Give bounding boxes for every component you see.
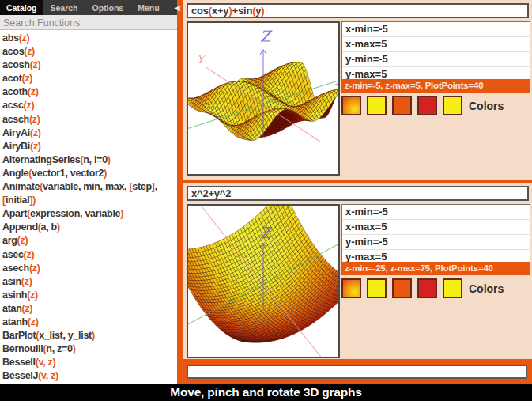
function-item[interactable]: acos(z) (2, 45, 177, 59)
color-swatch[interactable] (417, 278, 437, 298)
formula-input[interactable]: cos(x+y)+sin(y) (187, 3, 529, 18)
function-item[interactable]: AiryAi(z) (2, 127, 177, 140)
gradient-swatch[interactable] (341, 278, 361, 298)
range-row[interactable]: x-min=-5 (342, 22, 530, 37)
plot-section-1: cos(x+y)+sin(y) x-min=-5x-max=5y-min=-5y… (183, 0, 532, 179)
function-item[interactable]: atan(z) (2, 302, 177, 316)
plot-panel (187, 204, 340, 358)
collapse-sidebar-icon[interactable]: ◀ (167, 0, 188, 15)
range-list: x-min=-5x-max=5y-min=-5y-max=5 (341, 21, 530, 82)
function-item[interactable]: BesselI(v, z) (2, 356, 177, 369)
tab-bar: CatalogSearchOptionsMenu◀ (0, 0, 177, 15)
plot-3d-canvas[interactable] (188, 23, 338, 174)
color-swatch[interactable] (367, 278, 387, 298)
colors-label: Colors (469, 282, 504, 295)
z-settings-row[interactable]: z-min=-25, z-max=75, PlotPoints=40 (341, 262, 530, 275)
function-item[interactable]: acsc(z) (2, 99, 177, 112)
tab-catalog[interactable]: Catalog (0, 0, 43, 15)
function-item[interactable]: asec(z) (2, 248, 177, 262)
color-swatch[interactable] (367, 96, 387, 115)
plot-3d-canvas[interactable] (188, 206, 338, 357)
tab-menu[interactable]: Menu (130, 0, 166, 15)
function-item[interactable]: acoth(z) (2, 85, 177, 99)
main-panel: cos(x+y)+sin(y) x-min=-5x-max=5y-min=-5y… (177, 0, 532, 384)
function-item[interactable]: Append(a, b) (2, 221, 177, 234)
range-row[interactable]: x-max=5 (342, 37, 530, 52)
color-swatch[interactable] (443, 96, 462, 115)
function-item[interactable]: acot(z) (2, 72, 177, 85)
color-swatch-row: Colors (341, 96, 504, 115)
expression-input[interactable] (187, 365, 527, 379)
color-swatch-row: Colors (341, 278, 504, 298)
function-item[interactable]: arg(z) (2, 234, 177, 248)
gradient-swatch[interactable] (341, 96, 361, 115)
bottom-bar (183, 359, 532, 384)
range-list: x-min=-5x-max=5y-min=-5y-max=5 (341, 204, 530, 265)
function-item[interactable]: abs(z) (2, 32, 177, 45)
function-item[interactable]: Apart(expression, variable) (2, 207, 177, 221)
caption-bar: Move, pinch and rotate 3D graphs (0, 384, 532, 401)
color-swatch[interactable] (417, 96, 437, 115)
color-swatch[interactable] (443, 278, 462, 298)
app-window: CatalogSearchOptionsMenu◀ abs(z)acos(z)a… (0, 0, 532, 401)
function-item[interactable]: asech(z) (2, 262, 177, 275)
function-item[interactable]: atanh(z) (2, 316, 177, 329)
tab-options[interactable]: Options (85, 0, 131, 15)
function-item[interactable]: Bernoulli(n, z=0) (2, 342, 177, 356)
tab-search[interactable]: Search (43, 0, 85, 15)
plot-settings: x-min=-5x-max=5y-min=-5y-max=5 z-min=-5,… (341, 21, 530, 176)
function-item[interactable]: Animate(variable, min, max, [step], [ini… (2, 180, 177, 207)
function-item[interactable]: AlternatingSeries(n, i=0) (2, 153, 177, 167)
plot-section-2: x^2+y^2 x-min=-5x-max=5y-min=-5y-max=5 z… (183, 183, 532, 361)
color-swatch[interactable] (392, 96, 412, 115)
function-item[interactable]: BesselJ(v, z) (2, 369, 177, 383)
colors-label: Colors (469, 100, 504, 112)
function-item[interactable]: acosh(z) (2, 59, 177, 72)
z-settings-row[interactable]: z-min=-5, z-max=5, PlotPoints=40 (341, 79, 530, 93)
function-item[interactable]: AiryBi(z) (2, 140, 177, 153)
range-row[interactable]: y-min=-5 (342, 52, 530, 67)
plot-settings: x-min=-5x-max=5y-min=-5y-max=5 z-min=-25… (341, 204, 530, 358)
color-swatch[interactable] (392, 278, 412, 298)
search-input[interactable] (0, 16, 180, 30)
function-item[interactable]: asinh(z) (2, 289, 177, 302)
function-item[interactable]: BarPlot(x_list, y_list) (2, 329, 177, 342)
range-row[interactable]: y-min=-5 (342, 235, 530, 250)
range-row[interactable]: x-max=5 (342, 220, 530, 235)
range-row[interactable]: x-min=-5 (342, 205, 530, 220)
function-item[interactable]: acsch(z) (2, 113, 177, 127)
search-box (0, 15, 177, 30)
function-list[interactable]: abs(z)acos(z)acosh(z)acot(z)acoth(z)acsc… (0, 30, 177, 384)
function-item[interactable]: Angle(vector1, vector2) (2, 167, 177, 180)
formula-input[interactable]: x^2+y^2 (187, 186, 529, 201)
sidebar: CatalogSearchOptionsMenu◀ abs(z)acos(z)a… (0, 0, 177, 384)
function-item[interactable]: asin(z) (2, 275, 177, 289)
plot-panel (187, 21, 340, 176)
